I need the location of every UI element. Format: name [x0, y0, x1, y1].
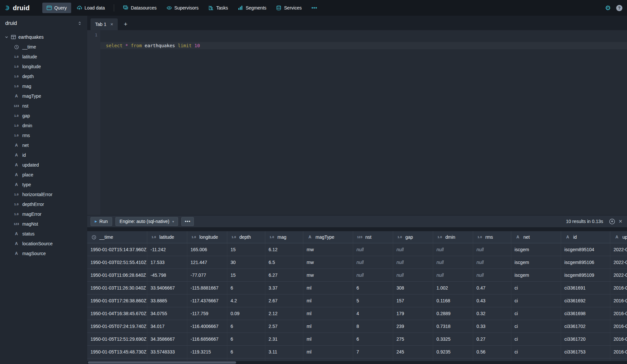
column-header-net[interactable]: Anet	[511, 231, 561, 243]
table-cell[interactable]: ml	[303, 307, 353, 320]
table-cell[interactable]: -116.6856667	[187, 333, 227, 345]
table-cell[interactable]: ml	[303, 320, 353, 333]
download-icon[interactable]	[609, 218, 615, 225]
table-cell[interactable]: 0.56	[473, 346, 511, 358]
table-cell[interactable]: -119.3215	[187, 346, 227, 358]
table-cell[interactable]: 33.5748333	[147, 346, 187, 358]
table-cell[interactable]: 34.0755	[147, 307, 187, 320]
table-cell[interactable]: 2.31	[265, 333, 303, 345]
table-cell[interactable]: 2016-0	[610, 346, 627, 358]
sidebar-column-magNst[interactable]: 123magNst	[0, 219, 87, 229]
sidebar-column-type[interactable]: Atype	[0, 180, 87, 190]
table-cell[interactable]: 0.1168	[433, 294, 473, 307]
table-cell[interactable]: 2016-0	[610, 320, 627, 333]
table-cell[interactable]: 34.3586667	[147, 333, 187, 345]
table-cell[interactable]: ci3361753	[561, 346, 610, 358]
table-cell[interactable]: 1950-01-04T16:38:45.670Z	[87, 307, 147, 320]
table-cell[interactable]: null	[353, 243, 393, 256]
sidebar-column-status[interactable]: Astatus	[0, 229, 87, 239]
table-cell[interactable]: iscgem895109	[561, 269, 610, 281]
query-line[interactable]: select * from earthquakes limit 10	[100, 42, 627, 49]
table-cell[interactable]: ci	[511, 333, 561, 345]
table-cell[interactable]: -77.077	[187, 269, 227, 281]
table-cell[interactable]: 1950-01-03T02:51:55.410Z	[87, 256, 147, 269]
table-cell[interactable]: 308	[393, 282, 433, 294]
table-cell[interactable]: null	[353, 256, 393, 269]
table-cell[interactable]: mw	[303, 269, 353, 281]
table-cell[interactable]: 2016-0	[610, 282, 627, 294]
sidebar-column-gap[interactable]: 1.0gap	[0, 111, 87, 121]
table-cell[interactable]: 2016-0	[610, 333, 627, 345]
column-header-__time[interactable]: __time	[87, 231, 147, 243]
table-cell[interactable]: 0.32	[473, 307, 511, 320]
sidebar-column-magError[interactable]: 1.0magError	[0, 209, 87, 219]
table-cell[interactable]: ml	[303, 294, 353, 307]
table-cell[interactable]: 0.2889	[433, 307, 473, 320]
sidebar-column-magSource[interactable]: AmagSource	[0, 249, 87, 258]
table-cell[interactable]: 33.9406667	[147, 282, 187, 294]
table-cell[interactable]: ml	[303, 346, 353, 358]
table-cell[interactable]: 6.27	[265, 269, 303, 281]
table-cell[interactable]: null	[473, 269, 511, 281]
sidebar-column-nst[interactable]: 123nst	[0, 101, 87, 111]
datasource-earthquakes[interactable]: earthquakes	[0, 32, 87, 42]
table-cell[interactable]: 239	[393, 320, 433, 333]
table-cell[interactable]: 157	[393, 294, 433, 307]
sidebar-column-longitude[interactable]: 1.0longitude	[0, 62, 87, 71]
table-cell[interactable]: null	[433, 256, 473, 269]
table-cell[interactable]: 6	[353, 333, 393, 345]
table-cell[interactable]: null	[433, 269, 473, 281]
table-cell[interactable]: 8	[353, 320, 393, 333]
sidebar-column-dmin[interactable]: 1.0dmin	[0, 121, 87, 131]
table-cell[interactable]: 1950-01-05T07:24:19.740Z	[87, 320, 147, 333]
table-cell[interactable]: -11.242	[147, 243, 187, 256]
table-cell[interactable]: 0.3325	[433, 333, 473, 345]
table-cell[interactable]: 3.37	[265, 282, 303, 294]
table-cell[interactable]: mw	[303, 243, 353, 256]
table-cell[interactable]: 33.8885	[147, 294, 187, 307]
table-cell[interactable]: ci	[511, 294, 561, 307]
column-header-dmin[interactable]: 1.0dmin	[433, 231, 473, 243]
table-cell[interactable]: ci3361691	[561, 282, 610, 294]
sidebar-column-place[interactable]: Aplace	[0, 170, 87, 180]
table-cell[interactable]: 0.27	[473, 333, 511, 345]
sidebar-column-net[interactable]: Anet	[0, 140, 87, 150]
table-cell[interactable]: 0.09	[227, 307, 265, 320]
sidebar-column-depth[interactable]: 1.0depth	[0, 71, 87, 81]
table-cell[interactable]: ci	[511, 346, 561, 358]
table-cell[interactable]: 2022-0	[610, 243, 627, 256]
tab-close-icon[interactable]: ✕	[110, 22, 113, 27]
table-cell[interactable]: 0.43	[473, 294, 511, 307]
table-cell[interactable]: iscgem895104	[561, 243, 610, 256]
nav-datasources[interactable]: Datasources	[119, 3, 161, 13]
sidebar-column-depthError[interactable]: 1.0depthError	[0, 199, 87, 209]
nav-load-data[interactable]: Load data	[72, 3, 109, 13]
sidebar-column-mag[interactable]: 1.0mag	[0, 81, 87, 91]
druid-logo[interactable]: druid	[5, 4, 30, 12]
horizontal-scrollbar[interactable]	[87, 361, 627, 364]
query-more-button[interactable]: •••	[181, 217, 194, 226]
table-cell[interactable]: 1950-01-03T17:26:38.860Z	[87, 294, 147, 307]
table-cell[interactable]: 2.67	[265, 294, 303, 307]
table-cell[interactable]: ci3361692	[561, 294, 610, 307]
table-cell[interactable]: 1.002	[433, 282, 473, 294]
table-cell[interactable]: 2022-0	[610, 256, 627, 269]
table-cell[interactable]: null	[393, 256, 433, 269]
table-cell[interactable]: 6	[227, 282, 265, 294]
query-editor[interactable]: 1 select * from earthquakes limit 10	[87, 30, 627, 215]
table-cell[interactable]: -117.4376667	[187, 294, 227, 307]
column-header-rms[interactable]: 1.0rms	[473, 231, 511, 243]
table-cell[interactable]: -115.8881667	[187, 282, 227, 294]
column-header-longitude[interactable]: 1.0longitude	[187, 231, 227, 243]
table-cell[interactable]: 3.11	[265, 346, 303, 358]
table-cell[interactable]: ci3361702	[561, 320, 610, 333]
column-header-nst[interactable]: 123nst	[353, 231, 393, 243]
sidebar-column-magType[interactable]: AmagType	[0, 91, 87, 101]
table-cell[interactable]: -117.759	[187, 307, 227, 320]
nav-query[interactable]: Query	[42, 3, 71, 13]
table-cell[interactable]: 1950-01-05T12:51:29.690Z	[87, 333, 147, 345]
table-cell[interactable]: 1950-01-03T11:26:30.040Z	[87, 282, 147, 294]
column-header-depth[interactable]: 1.0depth	[227, 231, 265, 243]
sidebar-column-rms[interactable]: 1.0rms	[0, 131, 87, 140]
sidebar-column-updated[interactable]: Aupdated	[0, 160, 87, 170]
